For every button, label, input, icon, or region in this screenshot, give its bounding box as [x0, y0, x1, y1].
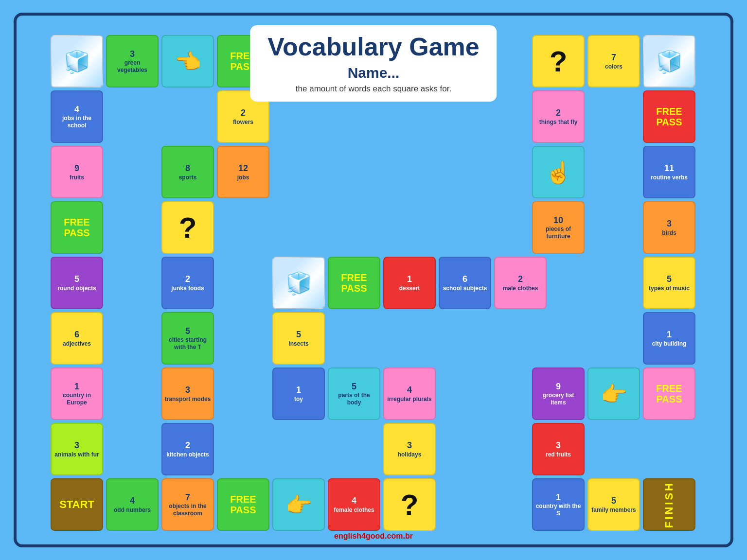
cell-5-round: 5round objects	[51, 257, 103, 309]
cell-hand-right-1: 👉	[587, 368, 640, 420]
cell-green-vegetables: 3green vegetables	[106, 35, 159, 88]
cell-question-bottom: ?	[383, 478, 436, 531]
website-footer: english4good.com.br	[334, 532, 413, 541]
cell-6-school-subjects: 6school subjects	[439, 257, 491, 309]
cell-things-that-fly: 2things that fly	[532, 90, 585, 143]
cell-11-routine-verbs: 11routine verbs	[643, 146, 695, 198]
cell-free-pass-left: FREEPASS	[51, 201, 103, 254]
cell-1-dessert: 1dessert	[383, 257, 436, 309]
cell-2-junks: 2junks foods	[161, 257, 214, 309]
cell-12-jobs: 12jobs	[217, 146, 269, 198]
cell-1-country-s: 1country with the S	[532, 478, 585, 531]
cell-free-pass-right-1: FREEPASS	[643, 90, 695, 143]
cell-1-country-europe: 1country in Europe	[51, 368, 103, 420]
cell-10-furniture: 10pieces of furniture	[532, 201, 585, 254]
cell-4-plurals: 4irregular plurals	[383, 368, 436, 420]
cell-3-transport: 3transport modes	[161, 368, 214, 420]
cell-1-toy: 1toy	[272, 368, 325, 420]
cell-1-city-building: 1city building	[643, 312, 695, 365]
cell-start: START	[51, 478, 103, 531]
cell-free-pass-middle: FREEPASS	[328, 257, 380, 309]
cell-2-male-clothes: 2male clothes	[494, 257, 547, 309]
cell-3-red-fruits: 3red fruits	[532, 423, 585, 475]
cell-8-sports: 8sports	[161, 146, 214, 198]
cell-2-kitchen: 2kitchen objects	[161, 423, 214, 475]
game-title: Vocabulary Game	[267, 33, 479, 61]
cell-5-cities: 5cities starting with the T	[161, 312, 214, 365]
board-container: Vocabulary Game Name... the amount of wo…	[14, 13, 733, 547]
cell-ice-1: 🧊	[51, 35, 103, 88]
cell-9-fruits: 9fruits	[51, 146, 103, 198]
cell-3-birds: 3birds	[643, 201, 695, 254]
cell-hand-up: ☝️	[532, 146, 585, 198]
cell-7-classroom: 7objects in the classroom	[161, 478, 214, 531]
cell-free-pass-bottom: FREEPASS	[217, 478, 269, 531]
cell-jobs-school: 4jobs in the school	[51, 90, 103, 143]
name-label: Name...	[267, 65, 479, 81]
cell-free-pass-right-2: FREEPASS	[643, 368, 695, 420]
cell-ice-2: 🧊	[643, 35, 695, 88]
cell-4-odd: 4odd numbers	[106, 478, 159, 531]
subtitle: the amount of words each square asks for…	[267, 84, 479, 94]
cell-question-mark-1: ?	[532, 35, 585, 88]
cell-9-grocery: 9grocery list items	[532, 368, 585, 420]
cell-hand-left: 👈	[161, 35, 214, 88]
cell-3-holidays: 3holidays	[383, 423, 436, 475]
cell-7-colors: 7colors	[587, 35, 640, 88]
cell-finish: FINISH	[643, 478, 695, 531]
cell-hand-right-bottom: 👉	[272, 478, 325, 531]
cell-4-female-clothes: 4female clothes	[328, 478, 380, 531]
cell-ice-middle: 🧊	[272, 257, 325, 309]
cell-3-animals-fur: 3animals with fur	[51, 423, 103, 475]
cell-5-insects: 5insects	[272, 312, 325, 365]
cell-question-2: ?	[161, 201, 214, 254]
cell-5-family: 5family members	[587, 478, 640, 531]
cell-5-body: 5parts of the body	[328, 368, 380, 420]
title-area: Vocabulary Game Name... the amount of wo…	[250, 25, 497, 102]
cell-5-music: 5types of music	[643, 257, 695, 309]
cell-6-adjectives: 6adjectives	[51, 312, 103, 365]
